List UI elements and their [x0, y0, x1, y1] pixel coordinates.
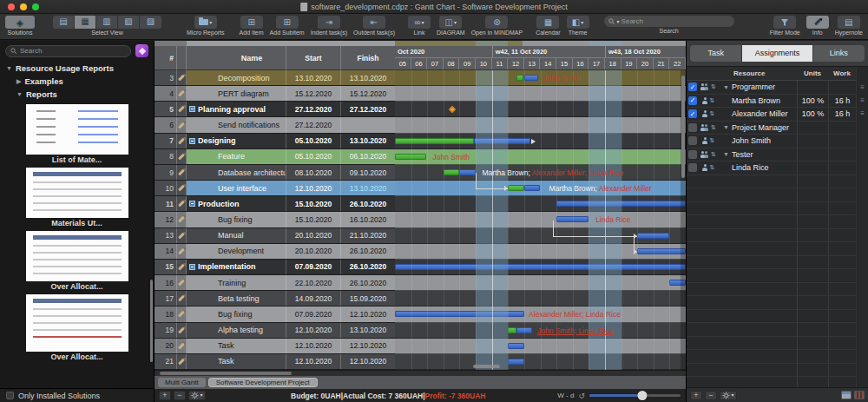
- task-bar[interactable]: [395, 138, 474, 144]
- tab-task[interactable]: Task: [690, 45, 741, 62]
- gantt-row-21[interactable]: 21Task12.10.202012.10.2020: [155, 354, 395, 370]
- column-header-name[interactable]: Name: [187, 46, 286, 70]
- row-grip-icon[interactable]: ≡: [860, 84, 865, 91]
- chart-h-scrollbar[interactable]: [395, 365, 686, 369]
- slider-knob[interactable]: [637, 391, 647, 400]
- add-subitem-button[interactable]: ⊞ Add Subitem: [270, 16, 305, 36]
- view-assignments-icon[interactable]: ▧: [118, 16, 140, 29]
- resource-checkbox[interactable]: ✓: [688, 109, 697, 118]
- resource-view-icon[interactable]: [841, 391, 852, 399]
- grid-view-icon[interactable]: [854, 391, 865, 399]
- view-gantt-icon[interactable]: ▦: [75, 16, 96, 29]
- column-header-number[interactable]: #: [155, 46, 177, 70]
- task-bar[interactable]: [508, 327, 516, 333]
- sidebar-search-input[interactable]: Search: [5, 45, 131, 57]
- sidebar-scrollbar[interactable]: [150, 280, 153, 362]
- resource-row[interactable]: ⇅▼Project Manager: [687, 122, 856, 135]
- resource-checkbox[interactable]: [688, 150, 697, 159]
- column-header-units[interactable]: Units: [797, 69, 828, 77]
- timeline-zoom-slider[interactable]: [589, 391, 681, 400]
- gantt-row-7[interactable]: 7Designing05.10.202013.10.2020: [155, 134, 395, 149]
- solutions-store-icon[interactable]: [135, 44, 148, 57]
- zoom-window-button[interactable]: [32, 3, 39, 10]
- collapse-icon[interactable]: [189, 264, 195, 270]
- view-document-icon[interactable]: ▨: [140, 16, 161, 29]
- minimize-window-button[interactable]: [20, 3, 27, 10]
- gantt-row-9[interactable]: 9Database architecture08.10.202009.10.20…: [155, 165, 395, 181]
- only-installed-checkbox[interactable]: [6, 392, 14, 399]
- task-bar[interactable]: [444, 169, 459, 175]
- gantt-row-10[interactable]: 10User interface12.10.202013.10.2020: [155, 181, 395, 196]
- gantt-row-11[interactable]: 11Production15.10.202026.10.2020: [155, 196, 395, 212]
- row-grip-icon[interactable]: ≡: [860, 110, 865, 117]
- task-bar[interactable]: [459, 169, 476, 175]
- task-bar[interactable]: [508, 359, 523, 365]
- column-header-resource[interactable]: Resource: [721, 69, 797, 77]
- tab-multi-gantt[interactable]: Multi Gantt: [158, 378, 206, 387]
- resource-checkbox[interactable]: ✓: [688, 96, 697, 105]
- tree-item-reports[interactable]: ▼ Reports: [0, 88, 154, 101]
- hypernote-button[interactable]: ▤ Hypernote: [835, 16, 863, 36]
- resource-row[interactable]: ✓⇅Alexander Miller100 %16 h: [687, 108, 856, 122]
- collapse-icon[interactable]: [189, 138, 195, 144]
- close-window-button[interactable]: [8, 3, 15, 10]
- task-bar[interactable]: [516, 75, 524, 81]
- tab-assignments[interactable]: Assignments: [742, 45, 812, 62]
- collapse-icon[interactable]: [189, 201, 195, 207]
- solution-thumbnail[interactable]: Materials Ut...: [26, 168, 128, 228]
- resource-checkbox[interactable]: [688, 123, 697, 132]
- gantt-row-14[interactable]: 14Development20.10.202026.10.2020: [155, 244, 395, 260]
- add-task-button[interactable]: +: [159, 391, 171, 400]
- resource-row[interactable]: ✓⇅Martha Brown100 %16 h: [687, 95, 856, 109]
- info-button[interactable]: Info: [806, 16, 829, 36]
- panel-gear-button[interactable]: ▾: [720, 391, 737, 400]
- resource-row[interactable]: ⇅John Smith: [687, 135, 856, 148]
- indent-tasks-button[interactable]: ⇥ Indent task(s): [311, 16, 347, 36]
- solution-thumbnail[interactable]: Over Allocat...: [26, 231, 128, 292]
- task-bar[interactable]: [508, 343, 523, 349]
- tree-item-resource-usage-reports[interactable]: ▼ Resource Usage Reports: [0, 62, 154, 75]
- reset-zoom-icon[interactable]: ↺: [578, 392, 585, 400]
- remove-task-button[interactable]: −: [174, 391, 186, 400]
- task-bar[interactable]: [395, 311, 524, 317]
- gantt-row-12[interactable]: 12Bug fixing15.10.202016.10.2020: [155, 212, 395, 227]
- filter-mode-button[interactable]: Filter Mode: [770, 16, 800, 36]
- outdent-tasks-button[interactable]: ⇤ Outdent task(s): [353, 16, 395, 36]
- gantt-row-16[interactable]: 16Training22.10.202026.10.2020: [155, 275, 395, 291]
- add-resource-button[interactable]: +: [690, 391, 702, 400]
- collapse-icon[interactable]: [189, 106, 195, 112]
- settings-gear-button[interactable]: ▾: [188, 391, 206, 400]
- view-report-icon[interactable]: ▤: [53, 16, 75, 29]
- task-bar[interactable]: [637, 248, 686, 254]
- diagram-button[interactable]: ◫▾ DIAGRAM: [437, 16, 465, 36]
- gantt-row-4[interactable]: 4PERT diagram15.12.202015.12.2020: [155, 86, 395, 102]
- add-item-button[interactable]: ⊞ Add Item: [240, 16, 264, 36]
- theme-button[interactable]: ◧▾ Theme: [567, 16, 589, 36]
- task-bar[interactable]: [556, 201, 686, 207]
- task-bar[interactable]: [508, 185, 523, 191]
- open-in-mindmap-button[interactable]: ⊛ Open in MINDMAP: [471, 16, 523, 36]
- gantt-row-18[interactable]: 18Bug fixing07.09.202012.10.2020: [155, 306, 395, 322]
- task-bar[interactable]: [474, 138, 530, 144]
- column-header-start[interactable]: Start: [286, 46, 341, 70]
- task-bar[interactable]: [395, 154, 426, 160]
- task-bar[interactable]: [637, 233, 669, 239]
- tree-item-examples[interactable]: ▶ Examples: [0, 75, 154, 88]
- resource-checkbox[interactable]: [688, 136, 697, 145]
- solution-thumbnail[interactable]: List of Mate...: [26, 104, 128, 165]
- resource-row[interactable]: ⇅▼Tester: [687, 148, 856, 162]
- resource-checkbox[interactable]: [688, 163, 697, 172]
- tab-links[interactable]: Links: [813, 45, 865, 62]
- task-bar[interactable]: [516, 327, 532, 333]
- search-input[interactable]: ▾ Search: [604, 16, 734, 27]
- gantt-row-13[interactable]: 13Manual20.10.202021.10.2020: [155, 228, 395, 244]
- link-button[interactable]: ∞▾ Link: [408, 16, 431, 36]
- table-h-scrollbar[interactable]: [155, 370, 686, 376]
- resource-row[interactable]: ✓⇅▼Programmer: [687, 81, 856, 95]
- gantt-row-17[interactable]: 17Beta testing14.09.202015.09.2020: [155, 291, 395, 306]
- column-header-work[interactable]: Work: [828, 69, 856, 77]
- task-bar[interactable]: [524, 185, 541, 191]
- gantt-row-8[interactable]: 8Feature05.10.202006.10.2020: [155, 149, 395, 165]
- remove-resource-button[interactable]: −: [705, 391, 717, 400]
- gantt-row-6[interactable]: 6Send notifications27.12.2020: [155, 117, 395, 133]
